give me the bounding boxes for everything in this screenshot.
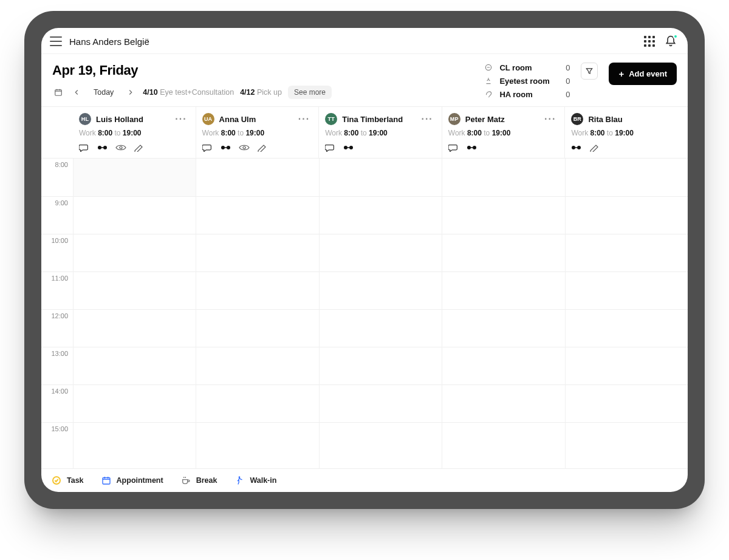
calendar-cell[interactable] [566, 384, 688, 422]
next-day-button[interactable] [125, 86, 137, 98]
bubble-icon [325, 143, 336, 152]
calendar-cell[interactable] [566, 422, 688, 460]
calendar-cell[interactable] [320, 384, 442, 422]
time-label: 9:00 [41, 196, 73, 234]
glasses-icon [221, 143, 231, 152]
notification-badge [673, 34, 678, 39]
task-icon [51, 475, 62, 486]
calendar-cell[interactable] [196, 234, 318, 271]
calendar-cell[interactable] [442, 422, 564, 460]
notifications-button[interactable] [665, 35, 677, 47]
staff-name: Anna Ulm [219, 115, 256, 124]
staff-column: TT Tina Timberland ··· Work 8:00 to 19:0… [318, 107, 442, 158]
page-title: Apr 19, Friday [52, 63, 332, 78]
calendar-cell[interactable] [442, 159, 564, 196]
date-nav-item[interactable]: 4/10 Eye test+Consultation [143, 88, 234, 97]
staff-skills [571, 143, 679, 152]
legend-break[interactable]: Break [180, 475, 217, 486]
store-name: Hans Anders België [69, 36, 149, 47]
legend-label: Task [67, 476, 84, 485]
add-event-label: Add event [629, 69, 667, 78]
calendar-cell[interactable] [320, 196, 442, 234]
room-row: Eyetest room 0 [484, 76, 570, 86]
calendar-lane[interactable] [442, 159, 564, 468]
staff-work-hours: Work 8:00 to 19:00 [448, 129, 556, 137]
calendar-lane[interactable] [319, 159, 442, 468]
calendar-cell[interactable] [196, 196, 318, 234]
calendar-cell[interactable] [74, 271, 196, 309]
calendar-cell[interactable] [74, 422, 196, 460]
avatar: BR [571, 113, 583, 125]
calendar-cell[interactable] [196, 384, 318, 422]
time-label: 14:00 [41, 384, 73, 422]
calendar-cell[interactable] [320, 271, 442, 309]
time-label: 12:00 [41, 309, 73, 347]
menu-button[interactable] [50, 36, 62, 46]
calendar-cell[interactable] [320, 309, 442, 347]
calendar-cell[interactable] [196, 271, 318, 309]
calendar-cell[interactable] [320, 422, 442, 460]
calendar-cell[interactable] [566, 159, 688, 196]
room-count: 0 [561, 77, 570, 86]
calendar-cell[interactable] [196, 159, 318, 196]
calendar-cell[interactable] [442, 384, 564, 422]
top-bar: Hans Anders België [41, 28, 688, 54]
time-label: 10:00 [41, 234, 73, 271]
calendar-cell[interactable] [74, 347, 196, 384]
staff-column: BR Rita Blau Work 8:00 to 19:00 [564, 107, 688, 158]
calendar-cell[interactable] [442, 234, 564, 271]
today-button[interactable]: Today [89, 86, 118, 99]
calendar-grid[interactable]: 8:009:0010:0011:0012:0013:0014:0015:00 [41, 159, 688, 468]
legend-walkin[interactable]: Walk-in [234, 475, 276, 486]
staff-more-button[interactable]: ··· [421, 114, 433, 125]
calendar-cell[interactable] [74, 234, 196, 271]
time-label: 8:00 [41, 159, 73, 196]
calendar-cell[interactable] [74, 159, 196, 196]
calendar-cell[interactable] [566, 309, 688, 347]
legend-bar: Task Appointment Break Walk-in [41, 468, 688, 492]
calendar-cell[interactable] [196, 347, 318, 384]
staff-more-button[interactable]: ··· [175, 114, 187, 125]
filter-button[interactable] [581, 63, 598, 80]
avatar: HL [79, 113, 91, 125]
calendar-cell[interactable] [442, 347, 564, 384]
staff-column: UA Anna Ulm ··· Work 8:00 to 19:00 [196, 107, 319, 158]
room-row: HA room 0 [484, 89, 570, 99]
calendar-lane[interactable] [565, 159, 688, 468]
calendar-lane[interactable] [73, 159, 196, 468]
calendar-cell[interactable] [196, 309, 318, 347]
pen-icon [134, 143, 145, 152]
calendar-cell[interactable] [442, 271, 564, 309]
calendar-cell[interactable] [566, 196, 688, 234]
staff-work-hours: Work 8:00 to 19:00 [79, 129, 187, 137]
prev-day-button[interactable] [70, 86, 83, 98]
date-nav-item[interactable]: 4/12 Pick up [240, 88, 282, 97]
calendar-cell[interactable] [442, 309, 564, 347]
calendar-cell[interactable] [74, 309, 196, 347]
calendar-cell[interactable] [320, 234, 442, 271]
calendar-cell[interactable] [74, 196, 196, 234]
calendar-cell[interactable] [196, 422, 318, 460]
glasses-icon [343, 143, 354, 152]
see-more-button[interactable]: See more [288, 86, 332, 99]
calendar-cell[interactable] [566, 271, 688, 309]
legend-appointment[interactable]: Appointment [101, 475, 163, 486]
time-label: 11:00 [41, 271, 73, 309]
staff-more-button[interactable]: ··· [544, 114, 556, 125]
calendar-cell[interactable] [320, 347, 442, 384]
add-event-button[interactable]: + Add event [609, 63, 677, 85]
apps-grid-icon[interactable] [644, 36, 655, 47]
calendar-cell[interactable] [566, 347, 688, 384]
staff-skills [79, 143, 187, 152]
calendar-icon[interactable] [52, 86, 64, 98]
staff-skills [202, 143, 310, 152]
legend-task[interactable]: Task [51, 475, 84, 486]
staff-column: HL Luis Holland ··· Work 8:00 to 19:00 [73, 107, 196, 158]
calendar-cell[interactable] [74, 384, 196, 422]
calendar-cell[interactable] [566, 234, 688, 271]
calendar-cell[interactable] [442, 196, 564, 234]
calendar-lane[interactable] [196, 159, 318, 468]
pen-icon [589, 143, 600, 152]
calendar-cell[interactable] [320, 159, 442, 196]
staff-more-button[interactable]: ··· [298, 114, 310, 125]
